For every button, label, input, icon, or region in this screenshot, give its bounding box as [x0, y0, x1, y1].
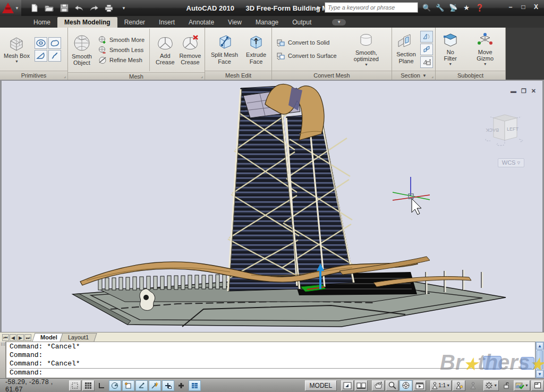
command-window-grip[interactable] — [0, 342, 6, 378]
panel-launcher-icon[interactable]: ⌟ — [64, 74, 66, 79]
ribbon-minimize-button[interactable]: ▼ — [332, 19, 346, 25]
split-mesh-face-button[interactable]: Split Mesh Face — [207, 32, 242, 65]
add-jog-button[interactable] — [420, 44, 433, 55]
viewcube[interactable]: BACK LEFT — [482, 106, 528, 154]
help-icon[interactable]: ❓ — [475, 4, 484, 12]
steering-wheel-button[interactable] — [400, 380, 412, 391]
coordinates-display[interactable]: -58.29, -26.78 , 61.67 — [0, 378, 62, 392]
workspace-switching-button[interactable]: ▼ — [483, 380, 499, 391]
polar-toggle[interactable] — [109, 380, 121, 391]
resize-grip[interactable]: ············ — [536, 384, 543, 391]
annotation-scale-button[interactable]: 1:1 ▼ — [430, 380, 452, 391]
maximize-button[interactable]: □ — [520, 3, 527, 11]
mesh-box-button[interactable]: Mesh Box ▼ — [2, 33, 31, 65]
lwt-toggle[interactable] — [175, 380, 188, 391]
layout1-tab[interactable]: Layout1 — [60, 333, 97, 342]
grid-toggle[interactable] — [82, 380, 95, 391]
extrude-face-button[interactable]: Extrude Face — [243, 32, 269, 65]
search-icon[interactable]: 🔍 — [422, 4, 431, 12]
model-layout-button[interactable] — [341, 380, 354, 391]
first-tab-button[interactable]: ⏮ — [2, 334, 9, 341]
panel-label-mesh[interactable]: Mesh ⌟ — [68, 72, 205, 80]
command-scrollbar[interactable]: ▲ ▼ — [536, 342, 544, 378]
generate-section-button[interactable] — [420, 56, 433, 68]
tab-manage[interactable]: Manage — [249, 17, 285, 28]
doc-restore-button[interactable]: ❐ — [521, 88, 526, 95]
panel-launcher-icon[interactable]: ⌟ — [431, 74, 434, 79]
next-tab-button[interactable]: ▶ — [17, 334, 24, 341]
smooth-optimized-button[interactable]: Smooth, optimized ▼ — [343, 30, 389, 68]
smooth-more-button[interactable]: Smooth More — [97, 36, 146, 45]
close-button[interactable]: X — [532, 3, 540, 11]
model-viewport[interactable]: ▬ ❐ ✕ BACK LEFT WCS ▿ — [2, 81, 542, 332]
tab-view[interactable]: View — [221, 17, 249, 28]
section-plane-button[interactable]: Section Plane — [394, 33, 418, 65]
tab-insert[interactable]: Insert — [152, 17, 182, 28]
dyn-toggle[interactable] — [162, 380, 174, 391]
scroll-down-icon[interactable]: ▼ — [536, 370, 543, 378]
communication-center-icon[interactable]: 📡 — [448, 4, 458, 12]
model-space-button[interactable]: MODEL — [305, 380, 337, 391]
qat-dropdown-button[interactable]: ▼ — [118, 3, 130, 13]
plot-button[interactable] — [103, 3, 115, 13]
autoscale-button[interactable] — [466, 380, 479, 391]
tab-render[interactable]: Render — [117, 17, 152, 28]
mesh-freeform-button[interactable] — [48, 37, 61, 49]
no-filter-button[interactable]: No Filter ▼ — [438, 31, 463, 67]
refine-mesh-button[interactable]: Refine Mesh — [97, 56, 146, 65]
application-menu-button[interactable]: ▼ — [0, 0, 21, 16]
status-tray-button[interactable]: ▼ — [514, 380, 530, 391]
tab-annotate[interactable]: Annotate — [182, 17, 221, 28]
prev-tab-button[interactable]: ◀ — [10, 334, 16, 341]
osnap-toggle[interactable] — [122, 380, 134, 391]
scroll-up-icon[interactable]: ▲ — [536, 342, 543, 350]
snap-toggle[interactable] — [69, 380, 81, 391]
tab-output[interactable]: Output — [285, 17, 318, 28]
layout-tabs-button[interactable] — [355, 380, 368, 391]
panel-label-subobject[interactable]: Subobject — [436, 71, 505, 80]
command-prompt[interactable]: Command: — [10, 368, 532, 377]
new-file-button[interactable] — [29, 3, 40, 13]
favorites-star-icon[interactable]: ★ — [462, 4, 471, 12]
mesh-swept-button[interactable] — [48, 50, 61, 62]
annotation-visibility-button[interactable] — [453, 380, 465, 391]
smooth-less-button[interactable]: Smooth Less — [97, 46, 146, 55]
convert-to-surface-button[interactable]: Convert to Surface — [275, 52, 338, 61]
panel-label-primitives[interactable]: Primitives ⌟ — [0, 71, 67, 80]
tab-mesh-modeling[interactable]: Mesh Modeling — [57, 17, 117, 28]
ortho-toggle[interactable] — [96, 380, 108, 391]
toolbar-lock-button[interactable] — [500, 380, 513, 391]
undo-button[interactable] — [73, 3, 85, 13]
mesh-wedge-button[interactable] — [35, 50, 47, 62]
panel-label-mesh-edit[interactable]: Mesh Edit — [205, 71, 271, 80]
panel-launcher-icon[interactable]: ⌟ — [201, 74, 203, 79]
tab-home[interactable]: Home — [27, 17, 57, 28]
live-section-button[interactable] — [420, 31, 433, 42]
subscription-wrench-icon[interactable]: 🔧 — [435, 4, 445, 12]
doc-close-button[interactable]: ✕ — [531, 88, 536, 95]
move-gizmo-button[interactable]: Move Gizmo ▼ — [467, 31, 503, 67]
remove-crease-button[interactable]: Remove Crease — [178, 33, 202, 66]
qp-toggle[interactable] — [189, 380, 201, 391]
save-button[interactable] — [58, 3, 70, 13]
smooth-object-button[interactable]: Smooth Object — [70, 33, 94, 67]
minimize-button[interactable]: – — [507, 3, 514, 11]
add-crease-button[interactable]: Add Crease — [154, 33, 177, 66]
open-file-button[interactable] — [44, 3, 55, 13]
otrack-toggle[interactable] — [135, 380, 148, 391]
scrollbar-thumb[interactable] — [537, 350, 543, 370]
last-tab-button[interactable]: ⏭ — [24, 334, 31, 341]
panel-label-convert-mesh[interactable]: Convert Mesh — [272, 71, 392, 80]
doc-minimize-button[interactable]: ▬ — [511, 88, 516, 95]
infocenter-collapse-icon[interactable]: ▶ — [317, 5, 321, 10]
mesh-torus-button[interactable] — [35, 37, 47, 49]
ducs-toggle[interactable] — [149, 380, 161, 391]
convert-to-solid-button[interactable]: Convert to Solid — [275, 38, 338, 47]
showmotion-button[interactable] — [413, 380, 426, 391]
panel-label-section[interactable]: Section ▼ ⌟ — [392, 71, 435, 80]
wcs-menu[interactable]: WCS ▿ — [498, 158, 524, 167]
pan-button[interactable] — [372, 380, 385, 391]
redo-button[interactable] — [88, 3, 100, 13]
command-history[interactable]: Command: *Cancel* Command: Command: *Can… — [6, 342, 536, 378]
search-input[interactable] — [325, 2, 418, 13]
